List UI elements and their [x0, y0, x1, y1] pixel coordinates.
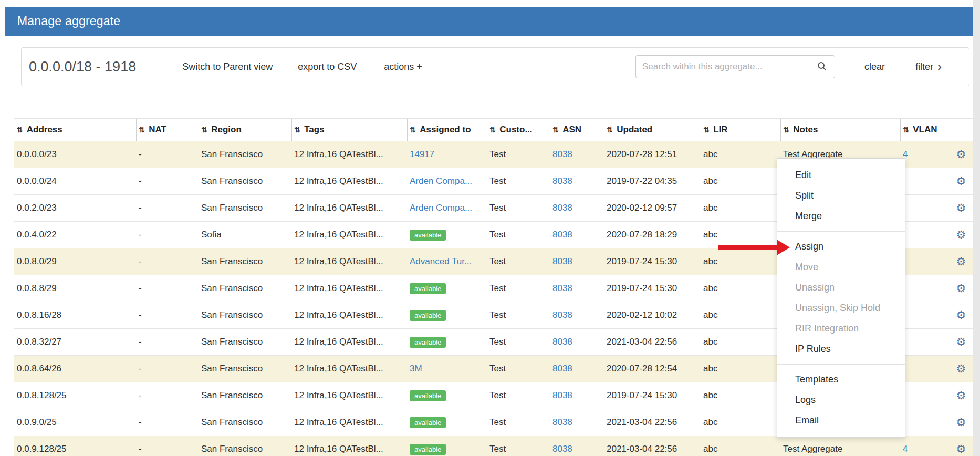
vlan-cell	[900, 168, 950, 195]
menu-item-assign[interactable]: Assign	[777, 236, 905, 257]
column-label: VLAN	[913, 125, 937, 134]
column-header-vlan[interactable]: ⇅VLAN	[900, 119, 950, 141]
updated-cell: 2020-02-12 09:57	[604, 195, 701, 222]
customer-cell: Test	[487, 382, 550, 409]
column-header-asn[interactable]: ⇅ASN	[550, 119, 604, 141]
tags-cell: 12 Infra,16 QATestBl...	[291, 436, 407, 456]
nat-cell: -	[136, 329, 199, 356]
search-button[interactable]	[809, 55, 835, 78]
column-header-assigned-to[interactable]: ⇅Assigned to	[407, 119, 487, 141]
gear-icon[interactable]: ⚙	[956, 229, 966, 241]
column-header-updated[interactable]: ⇅Updated	[604, 119, 701, 141]
assigned-link[interactable]: 14917	[410, 149, 434, 159]
available-badge: available	[410, 283, 446, 294]
region-cell: San Franscisco	[199, 168, 291, 195]
available-badge: available	[410, 337, 446, 348]
search-input[interactable]	[635, 55, 809, 78]
filter-link[interactable]: filter ›	[915, 61, 942, 72]
menu-divider	[777, 231, 905, 232]
actions-menu-link[interactable]: actions +	[384, 61, 422, 72]
column-header-lir[interactable]: ⇅LIR	[701, 119, 780, 141]
actions-cell: ⚙	[950, 302, 973, 329]
asn-link[interactable]: 8038	[552, 149, 572, 159]
asn-link[interactable]: 8038	[552, 390, 572, 400]
asn-link[interactable]: 8038	[552, 230, 572, 240]
asn-link[interactable]: 8038	[552, 176, 572, 186]
search-box	[635, 55, 835, 78]
clear-link[interactable]: clear	[864, 61, 885, 72]
customer-cell: Test	[487, 168, 550, 195]
assigned-cell: available	[407, 222, 487, 248]
tags-cell: 12 Infra,16 QATestBl...	[291, 409, 407, 436]
asn-link[interactable]: 8038	[552, 364, 572, 374]
column-header-region[interactable]: ⇅Region	[199, 119, 291, 141]
asn-link[interactable]: 8038	[552, 417, 572, 427]
nat-cell: -	[136, 222, 199, 248]
column-header-address[interactable]: ⇅Address	[14, 119, 136, 141]
asn-link[interactable]: 8038	[552, 310, 572, 320]
assigned-cell: available	[407, 382, 487, 409]
menu-item-split[interactable]: Split	[777, 185, 905, 206]
asn-link[interactable]: 8038	[552, 444, 572, 454]
assigned-link[interactable]: Arden Compa...	[410, 203, 472, 213]
assigned-link[interactable]: Advanced Tur...	[410, 256, 472, 266]
toolbar: 0.0.0.0/18 - 1918 Switch to Parent view …	[21, 47, 969, 86]
vlan-cell	[900, 329, 950, 356]
asn-link[interactable]: 8038	[552, 256, 572, 266]
sort-icon: ⇅	[607, 126, 613, 134]
column-label: ASN	[562, 125, 581, 134]
customer-cell: Test	[487, 329, 550, 356]
customer-cell: Test	[487, 141, 550, 168]
assigned-link[interactable]: 3M	[410, 364, 422, 374]
menu-item-logs[interactable]: Logs	[777, 390, 905, 410]
sort-icon: ⇅	[202, 126, 208, 134]
vlan-cell	[900, 409, 950, 436]
switch-parent-view-link[interactable]: Switch to Parent view	[182, 61, 273, 72]
region-cell: San Franscisco	[199, 275, 291, 302]
region-cell: San Franscisco	[199, 356, 291, 382]
updated-cell: 2021-03-04 22:56	[604, 329, 701, 356]
region-cell: San Franscisco	[199, 409, 291, 436]
gear-icon[interactable]: ⚙	[956, 255, 966, 267]
gear-icon[interactable]: ⚙	[956, 443, 966, 455]
menu-item-email[interactable]: Email	[777, 410, 905, 431]
gear-icon[interactable]: ⚙	[956, 416, 966, 428]
gear-icon[interactable]: ⚙	[956, 202, 966, 214]
sort-icon: ⇅	[903, 126, 910, 134]
gear-icon[interactable]: ⚙	[956, 309, 966, 321]
column-header-custo[interactable]: ⇅Custo...	[487, 119, 550, 141]
gear-icon[interactable]: ⚙	[956, 282, 966, 294]
asn-link[interactable]: 8038	[552, 283, 572, 293]
lir-cell: abc	[701, 409, 780, 436]
scrollbar[interactable]	[973, 0, 980, 456]
assigned-link[interactable]: Arden Compa...	[410, 176, 472, 186]
nat-cell: -	[136, 141, 199, 168]
export-csv-link[interactable]: export to CSV	[298, 61, 357, 72]
menu-item-edit[interactable]: Edit	[777, 165, 905, 185]
updated-cell: 2021-03-04 22:56	[604, 436, 701, 456]
vlan-link[interactable]: 4	[903, 444, 908, 454]
asn-link[interactable]: 8038	[552, 337, 572, 347]
gear-icon[interactable]: ⚙	[956, 148, 966, 160]
nat-cell: -	[136, 195, 199, 222]
gear-icon[interactable]: ⚙	[956, 175, 966, 187]
asn-link[interactable]: 8038	[552, 203, 572, 213]
gear-icon[interactable]: ⚙	[956, 336, 966, 348]
available-badge: available	[410, 230, 446, 241]
asn-cell: 8038	[550, 436, 604, 456]
region-cell: San Franscisco	[199, 302, 291, 329]
lir-cell: abc	[701, 248, 780, 275]
menu-item-move: Move	[777, 257, 905, 277]
chevron-right-icon: ›	[937, 62, 942, 71]
assigned-cell: available	[407, 409, 487, 436]
region-cell: San Franscisco	[199, 248, 291, 275]
column-label: Assigned to	[420, 125, 471, 134]
column-header-tags[interactable]: ⇅Tags	[291, 119, 407, 141]
menu-item-merge[interactable]: Merge	[777, 206, 905, 226]
column-header-notes[interactable]: ⇅Notes	[780, 119, 900, 141]
gear-icon[interactable]: ⚙	[956, 362, 966, 375]
menu-item-ip-rules[interactable]: IP Rules	[777, 339, 905, 359]
column-header-nat[interactable]: ⇅NAT	[136, 119, 199, 141]
menu-item-templates[interactable]: Templates	[777, 369, 905, 390]
gear-icon[interactable]: ⚙	[956, 389, 966, 401]
